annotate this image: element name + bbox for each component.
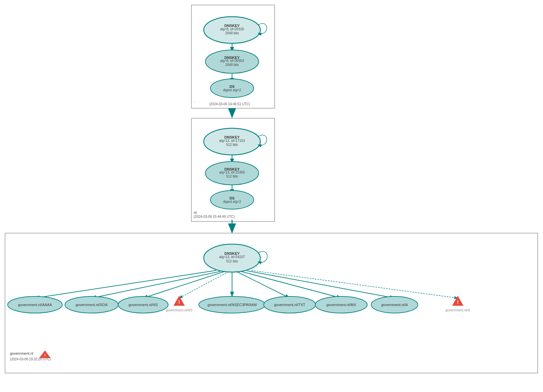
gov-a-label: government.nl/A (381, 303, 408, 307)
gov-ksk-details2: 512 bits (226, 259, 238, 263)
root-zone-dot: . (194, 99, 195, 103)
gov-ns-warning-cross: ! (178, 299, 180, 305)
root-ksk-details1: alg=8, id=20326 (220, 27, 244, 31)
root-ksk-details2: 2048 bits (225, 31, 239, 35)
nl-zsk-details1: alg=13, id=15365 (219, 171, 245, 174)
gov-nsec-label: government.nl/NSEC3PARAM (207, 303, 257, 307)
nl-zone-timestamp: (2024-03-06 15:44:49 UTC) (194, 215, 235, 218)
gov-to-mx-arrow (241, 271, 341, 298)
gov-mx-label: government.nl/MX (326, 303, 356, 307)
gov-ns-warning-label: government.nl/NS (166, 308, 192, 312)
root-zsk-details1: alg=8, id=30903 (220, 59, 244, 63)
root-ds-details: digest alg=2 (223, 88, 241, 92)
root-zsk-details2: 2048 bits (225, 63, 239, 67)
gov-zone-warning-cross: ! (44, 353, 46, 357)
gov-a-warning-label: government.nl/A (446, 308, 470, 312)
nl-zone-label: nl (194, 210, 197, 214)
gov-aaaa-label: government.nl/AAAA (18, 303, 52, 307)
gov-to-ns-warn-arrow (179, 272, 228, 298)
nl-ksk-details1: alg=13, id=17153 (219, 139, 245, 143)
nl-zsk-details2: 512 bits (226, 175, 238, 178)
gov-a-warning-cross: ! (457, 299, 459, 305)
gov-soa-label: government.nl/SOA (76, 303, 108, 307)
gov-to-a-warn-arrow (251, 270, 458, 298)
gov-ns-label: government.nl/NS (129, 303, 158, 307)
diagram-container: DNSKEY alg=8, id=20326 2048 bits DNSKEY … (0, 0, 543, 392)
gov-to-txt-arrow (236, 271, 290, 298)
gov-ksk-details1: alg=13, id=54207 (219, 255, 245, 259)
nl-ds-details: digest alg=2 (223, 200, 241, 203)
gov-txt-label: government.nl/TXT (274, 303, 305, 307)
nl-ksk-details2: 512 bits (226, 143, 238, 147)
gov-zone-timestamp: (2024-03-06 19:32:20 UTC) (10, 357, 51, 361)
gov-to-aaaa-arrow (35, 270, 216, 298)
gov-to-a-arrow (247, 271, 395, 298)
gov-zone-label: government.nl (10, 351, 33, 355)
root-zone-timestamp: (2024-03-06 14:46:51 UTC) (209, 102, 250, 106)
